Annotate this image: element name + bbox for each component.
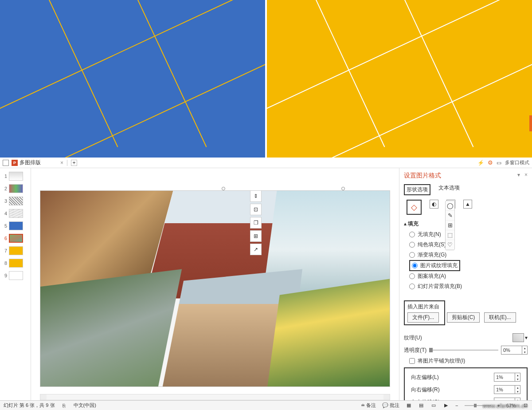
gear-icon[interactable]: ⚙ [488,159,493,166]
window-icon[interactable] [3,160,9,166]
offset-left-input[interactable]: 1%▴▾ [494,373,520,382]
effects-category-icon[interactable]: ◐ [430,200,438,209]
notes-button[interactable]: ≐ 备注 [361,402,376,409]
multi-window-icon[interactable]: ▭ [497,160,501,166]
insert-from-highlight: 插入图片来自 文件(F)... [404,300,445,325]
fill-category-icon[interactable]: ◇ [407,200,422,215]
fill-none[interactable]: 无填充(N) [409,229,528,240]
tool-select-icon[interactable]: ◯ [446,201,454,211]
top-preview-area: 视图 选填 微调 [0,0,532,158]
slide-canvas[interactable] [40,190,390,387]
tool-favorite-icon[interactable]: ♡ [446,240,454,250]
texture-dropdown-icon[interactable]: ▾ [525,335,528,341]
slide-thumb-2[interactable] [9,184,23,193]
insert-from-label: 插入图片来自 [407,303,442,311]
panel-close-icon[interactable]: × [524,172,528,178]
spellcheck-icon[interactable]: ⎘ [61,402,67,409]
layout-btn-4[interactable]: ⊞ [250,230,262,242]
canvas-edit-toolbar: ⇕ ⊡ ❐ ⊞ ↗ [250,190,262,255]
slide-thumb-3[interactable] [9,197,23,205]
document-title[interactable]: 多图排版 [20,159,41,166]
fill-picture-highlight: 图片或纹理填充 [409,260,460,271]
tile-label: 将图片平铺为纹理(I) [418,357,465,365]
tile-checkbox[interactable] [409,358,415,364]
comments-button[interactable]: 💬 批注 [382,402,399,409]
offset-up-input[interactable]: -1%▴▾ [494,398,520,400]
slide-thumb-1[interactable] [9,172,23,181]
tool-grid-icon[interactable]: ⊞ [446,221,454,230]
online-button[interactable]: 联机(E)... [484,312,516,323]
clipboard-button[interactable]: 剪贴板(C) [447,312,480,323]
panel-title: 设置图片格式 [404,172,528,180]
add-tab-button[interactable]: + [71,160,77,166]
slide-thumb-4[interactable] [9,209,23,218]
document-tab-bar: P 多图排版 × + ⚡ ⚙ ▭ 多窗口模式 [0,158,532,168]
transparency-input[interactable]: 0%▴▾ [501,346,528,355]
offset-right-input[interactable]: 1%▴▾ [494,385,520,394]
slide-thumb-6[interactable] [9,234,23,243]
offset-section-highlight: 向左偏移(L) 1%▴▾ 向右偏移(R) 1%▴▾ 向上偏移(O) -1%▴▾ … [404,367,528,400]
close-tab-button[interactable]: × [60,160,63,166]
panel-dropdown-icon[interactable]: ▾ [517,172,520,178]
scroll-indicator[interactable] [529,115,532,131]
file-button[interactable]: 文件(F)... [407,312,439,323]
transparency-label: 透明度(T) [404,347,426,354]
reading-view-icon[interactable]: ▭ [430,402,437,409]
flash-icon[interactable]: ⚡ [477,160,484,166]
texture-label: 纹理(U) [404,334,422,342]
fill-pattern[interactable]: 图案填充(A) [409,271,528,281]
fill-section-header[interactable]: 填充 [408,221,419,227]
slide-thumb-5[interactable] [9,221,23,230]
offset-right-label: 向右偏移(R) [411,386,440,394]
status-bar: 幻灯片 第 6 张，共 9 张 ⎘ 中文(中国) ≐ 备注 💬 批注 ▦ ▤ ▭… [0,400,532,410]
powerpoint-icon: P [12,160,18,166]
slide-thumbnail-panel[interactable]: 1 2 3 4 5 6 7 8 9 [0,168,31,400]
texture-swatch[interactable] [512,333,524,342]
selection-handle[interactable] [341,187,345,190]
slide-thumb-9[interactable] [9,271,23,280]
slide-preview-blue [0,0,265,158]
slide-counter: 幻灯片 第 6 张，共 9 张 [4,402,55,409]
transparency-slider[interactable] [429,350,498,351]
layout-btn-1[interactable]: ⇕ [250,190,262,202]
sorter-view-icon[interactable]: ▤ [418,402,424,409]
slide-canvas-area: ⇕ ⊡ ❐ ⊞ ↗ [31,168,399,400]
multi-window-mode[interactable]: 多窗口模式 [505,159,529,166]
slide-thumb-7[interactable] [9,246,23,255]
text-options-tab[interactable]: 文本选项 [438,184,460,195]
language-label[interactable]: 中文(中国) [74,402,96,409]
layout-btn-2[interactable]: ⊡ [250,204,262,215]
slide-thumb-8[interactable] [9,259,23,268]
watermark: www.cfan.com.cn [483,402,528,409]
picture-category-icon[interactable]: ▲ [463,200,472,209]
rotation-handle[interactable] [222,187,225,190]
horizontal-scrollbar[interactable] [40,394,390,400]
fill-picture-label[interactable]: 图片或纹理填充 [420,262,458,269]
layout-btn-3[interactable]: ❐ [250,217,262,229]
fill-picture-radio[interactable] [412,263,418,268]
fill-gradient[interactable]: 渐变填充(G) [409,250,528,260]
normal-view-icon[interactable]: ▦ [406,402,412,409]
offset-up-label: 向上偏移(O) [411,398,440,401]
tool-frame-icon[interactable]: ⬚ [446,230,454,240]
fill-slide-bg[interactable]: 幻灯片背景填充(B) [409,281,528,292]
slideshow-view-icon[interactable]: ▶ [443,402,449,409]
fill-solid[interactable]: 纯色填充(S) [409,240,528,250]
layout-btn-5[interactable]: ↗ [250,244,262,255]
shape-options-tab[interactable]: 形状选项 [404,184,430,195]
slide-preview-yellow [267,0,532,158]
offset-left-label: 向左偏移(L) [411,374,439,381]
format-picture-panel: 设置图片格式 ▾ × 形状选项 文本选项 ◇ ◐ ▦ ▲ ▴ 填充 无填充(N)… [399,168,532,400]
tool-draw-icon[interactable]: ✎ [446,211,454,221]
floating-tools: ◯ ✎ ⊞ ⬚ ♡ [445,201,455,250]
zoom-out-button[interactable]: − [455,403,458,408]
